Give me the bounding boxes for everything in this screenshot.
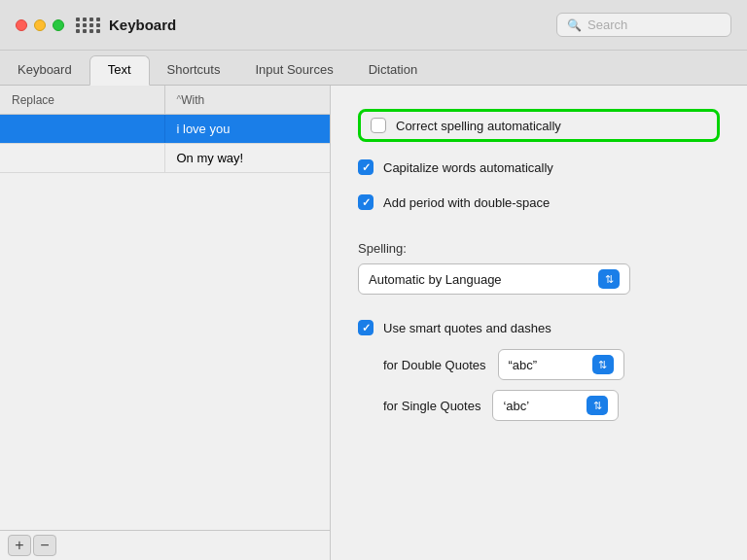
- chevron-up-down-icon: ⇅: [593, 401, 602, 411]
- smart-quotes-row: Use smart quotes and dashes: [358, 316, 720, 339]
- smart-quotes-label: Use smart quotes and dashes: [383, 321, 551, 335]
- single-quotes-value: ‘abc’: [503, 399, 529, 413]
- maximize-button[interactable]: [53, 19, 64, 31]
- table-row[interactable]: On my way!: [0, 144, 330, 173]
- tab-dictation[interactable]: Dictation: [351, 56, 436, 85]
- search-box[interactable]: 🔍 Search: [556, 13, 731, 37]
- correct-spelling-highlight: Correct spelling automatically: [358, 109, 720, 142]
- double-quotes-value: “abc”: [509, 358, 538, 372]
- remove-row-button[interactable]: −: [33, 535, 56, 556]
- cell-with-2: On my way!: [165, 144, 331, 172]
- tab-keyboard[interactable]: Keyboard: [0, 56, 89, 85]
- minimize-button[interactable]: [34, 19, 46, 31]
- spelling-section: Spelling: Automatic by Language ⇅: [358, 233, 720, 295]
- options-panel: Correct spelling automatically Capitaliz…: [331, 86, 747, 560]
- tab-input-sources[interactable]: Input Sources: [237, 56, 350, 85]
- chevron-up-down-icon: ⇅: [598, 360, 607, 370]
- spelling-dropdown[interactable]: Automatic by Language ⇅: [358, 263, 630, 295]
- smart-quotes-section: Use smart quotes and dashes for Double Q…: [358, 316, 720, 421]
- cell-with-1: i love you: [165, 115, 331, 143]
- double-quotes-arrow[interactable]: ⇅: [592, 355, 614, 374]
- correct-spelling-label: Correct spelling automatically: [396, 119, 561, 133]
- single-quotes-row: for Single Quotes ‘abc’ ⇅: [383, 390, 720, 421]
- cell-replace-2: [0, 144, 165, 172]
- tab-shortcuts[interactable]: Shortcuts: [150, 56, 238, 85]
- main-content: Replace ^ With i love you On my way! + −: [0, 86, 747, 560]
- spelling-dropdown-container: Automatic by Language ⇅: [358, 263, 720, 295]
- text-replacement-panel: Replace ^ With i love you On my way! + −: [0, 86, 331, 560]
- capitalize-words-row: Capitalize words automatically: [358, 156, 720, 179]
- add-row-button[interactable]: +: [8, 535, 31, 556]
- single-quotes-arrow[interactable]: ⇅: [587, 396, 608, 415]
- cell-replace-1: [0, 115, 165, 143]
- add-period-label: Add period with double-space: [383, 195, 550, 210]
- column-replace: Replace: [0, 86, 165, 114]
- table-footer: + −: [0, 530, 330, 560]
- capitalize-words-checkbox[interactable]: [358, 159, 374, 175]
- tab-bar: Keyboard Text Shortcuts Input Sources Di…: [0, 51, 747, 86]
- add-period-row: Add period with double-space: [358, 191, 720, 214]
- table-row[interactable]: i love you: [0, 115, 330, 144]
- spelling-dropdown-value: Automatic by Language: [369, 272, 502, 287]
- table-body: i love you On my way!: [0, 115, 330, 530]
- window-title: Keyboard: [109, 17, 176, 33]
- capitalize-words-label: Capitalize words automatically: [383, 160, 553, 175]
- smart-quotes-checkbox[interactable]: [358, 320, 374, 335]
- single-quotes-dropdown[interactable]: ‘abc’ ⇅: [492, 390, 619, 421]
- add-period-checkbox[interactable]: [358, 194, 374, 210]
- app-icon: [76, 18, 101, 33]
- spelling-dropdown-arrow[interactable]: ⇅: [598, 269, 620, 289]
- double-quotes-row: for Double Quotes “abc” ⇅: [383, 349, 720, 380]
- chevron-up-down-icon: ⇅: [605, 274, 614, 285]
- window-controls: [16, 19, 64, 31]
- column-with-label: With: [181, 93, 204, 107]
- search-icon: 🔍: [567, 18, 582, 32]
- title-bar: Keyboard 🔍 Search: [0, 0, 747, 51]
- table-header: Replace ^ With: [0, 86, 330, 115]
- tab-text[interactable]: Text: [89, 55, 150, 86]
- double-quotes-label: for Double Quotes: [383, 358, 486, 372]
- column-replace-label: Replace: [12, 93, 54, 107]
- single-quotes-label: for Single Quotes: [383, 399, 480, 413]
- column-with: ^ With: [165, 86, 331, 114]
- search-input[interactable]: Search: [587, 18, 627, 32]
- double-quotes-dropdown[interactable]: “abc” ⇅: [498, 349, 624, 380]
- close-button[interactable]: [16, 19, 27, 31]
- spelling-label: Spelling:: [358, 241, 720, 256]
- correct-spelling-checkbox[interactable]: [371, 118, 386, 133]
